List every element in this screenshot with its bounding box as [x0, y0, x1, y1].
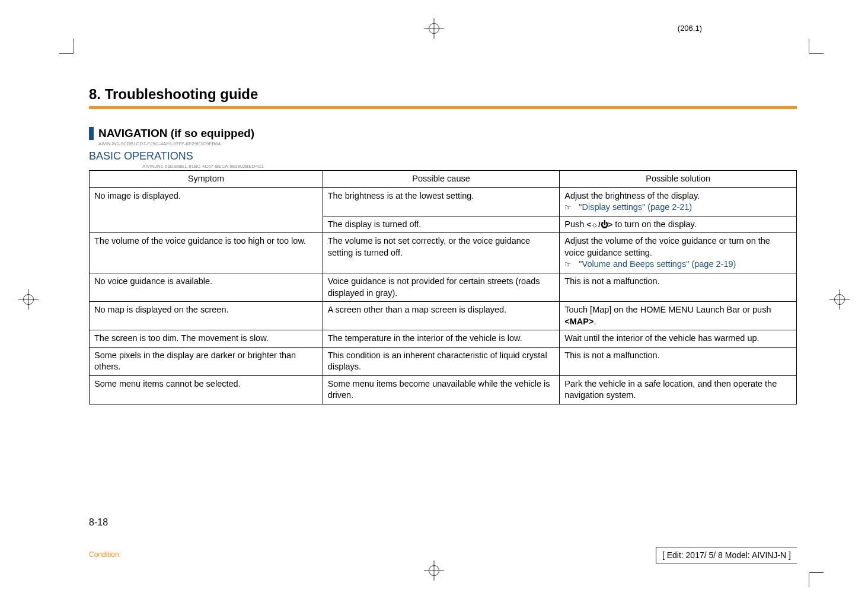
- header-symptom: Symptom: [90, 171, 323, 188]
- solution-text: to turn on the display.: [612, 219, 697, 229]
- table-row: The volume of the voice guidance is too …: [90, 233, 797, 273]
- edit-info-box: [ Edit: 2017/ 5/ 8 Model: AIVINJ-N ]: [656, 547, 797, 563]
- trim-mark: [809, 39, 809, 53]
- trim-mark: [809, 572, 824, 573]
- cell-cause: A screen other than a map screen is disp…: [323, 302, 560, 330]
- reference-icon: ☞: [564, 202, 576, 213]
- table-header-row: Symptom Possible cause Possible solution: [90, 171, 797, 188]
- crop-mark-bottom: [416, 553, 452, 588]
- cell-cause: The temperature in the interior of the v…: [323, 330, 560, 348]
- cell-solution: Touch [Map] on the HOME MENU Launch Bar …: [560, 302, 797, 330]
- cell-solution: Wait until the interior of the vehicle h…: [560, 330, 797, 348]
- subsection-id: AIVINJN1-63D868E1-81BC-4C67-BECA-983902B…: [142, 164, 797, 169]
- cell-symptom: Some menu items cannot be selected.: [90, 375, 323, 404]
- solution-text: Touch [Map] on the HOME MENU Launch Bar …: [564, 305, 771, 314]
- solution-text: Adjust the brightness of the display.: [564, 191, 700, 200]
- chapter-title: 8. Troubleshooting guide: [89, 86, 797, 103]
- table-row: No voice guidance is available. Voice gu…: [90, 273, 797, 301]
- crop-mark-right: [822, 282, 857, 317]
- reference-link: "Volume and Beeps settings" (page 2-19): [579, 259, 736, 269]
- table-row: No map is displayed on the screen. A scr…: [90, 302, 797, 330]
- table-row: Some pixels in the display are darker or…: [90, 347, 797, 375]
- condition-label: Condition:: [89, 550, 121, 559]
- crop-mark-top: [416, 11, 452, 46]
- orange-divider: [89, 106, 797, 109]
- cell-cause: The display is turned off.: [323, 216, 560, 233]
- cell-symptom: No image is displayed.: [90, 187, 323, 233]
- cell-solution: Adjust the brightness of the display. ☞ …: [560, 187, 797, 216]
- solution-text: Adjust the volume of the voice guidance …: [564, 236, 770, 257]
- map-button-label: <MAP>: [564, 317, 593, 326]
- trim-mark: [59, 53, 74, 54]
- section-title: NAVIGATION (if so equipped): [98, 127, 254, 140]
- section-id: AIVINJN1-9CDB1CD7-F25C-4AF6-97FF-6E29E3C…: [98, 141, 797, 146]
- solution-text: .: [594, 317, 596, 326]
- cell-solution: Park the vehicle in a safe location, and…: [560, 375, 797, 404]
- cell-symptom: The volume of the voice guidance is too …: [90, 233, 323, 273]
- page-content: 8. Troubleshooting guide NAVIGATION (if …: [89, 86, 797, 404]
- solution-text: Push: [564, 219, 586, 229]
- cell-symptom: The screen is too dim. The movement is s…: [90, 330, 323, 348]
- cell-solution: This is not a malfunction.: [560, 347, 797, 375]
- crop-mark-left: [11, 282, 46, 317]
- cell-solution: Push <☼/⏻> to turn on the display.: [560, 216, 797, 233]
- brightness-power-icon: <☼/⏻>: [586, 220, 612, 229]
- cell-solution: Adjust the volume of the voice guidance …: [560, 233, 797, 273]
- trim-mark: [809, 53, 824, 54]
- table-row: No image is displayed. The brightness is…: [90, 187, 797, 216]
- troubleshooting-table: Symptom Possible cause Possible solution…: [89, 170, 797, 404]
- cell-cause: This condition is an inherent characteri…: [323, 347, 560, 375]
- page-coordinate: (206,1): [678, 24, 702, 33]
- header-cause: Possible cause: [323, 171, 560, 188]
- cell-symptom: No voice guidance is available.: [90, 273, 323, 301]
- section-marker: [89, 127, 94, 140]
- header-solution: Possible solution: [560, 171, 797, 188]
- reference-icon: ☞: [564, 259, 576, 270]
- section-heading: NAVIGATION (if so equipped): [89, 127, 797, 140]
- subsection-title: BASIC OPERATIONS: [89, 150, 797, 163]
- page-number: 8-18: [89, 517, 108, 528]
- reference-link: "Display settings" (page 2-21): [579, 202, 692, 212]
- trim-mark: [74, 39, 74, 53]
- cell-cause: The brightness is at the lowest setting.: [323, 187, 560, 216]
- table-row: Some menu items cannot be selected. Some…: [90, 375, 797, 404]
- table-row: The screen is too dim. The movement is s…: [90, 330, 797, 348]
- cell-cause: The volume is not set correctly, or the …: [323, 233, 560, 273]
- cell-cause: Voice guidance is not provided for certa…: [323, 273, 560, 301]
- cell-cause: Some menu items become unavailable while…: [323, 375, 560, 404]
- cell-solution: This is not a malfunction.: [560, 273, 797, 301]
- cell-symptom: No map is displayed on the screen.: [90, 302, 323, 330]
- trim-mark: [809, 573, 809, 587]
- cell-symptom: Some pixels in the display are darker or…: [90, 347, 323, 375]
